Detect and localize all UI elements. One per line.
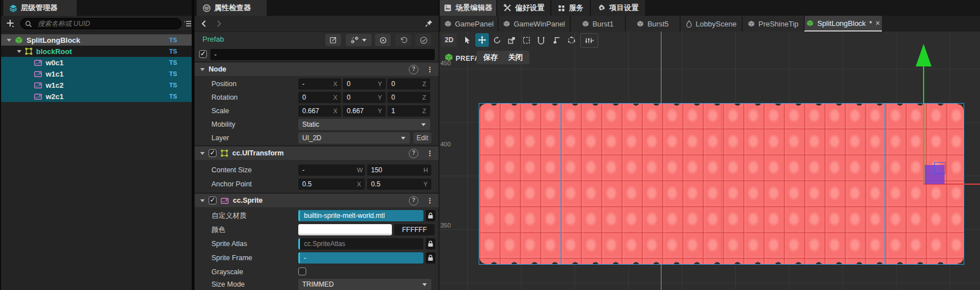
lock-icon[interactable] xyxy=(426,210,435,221)
size-mode-dropdown[interactable]: TRIMMED xyxy=(298,279,431,290)
prefab-apply-button[interactable] xyxy=(416,34,431,46)
select-tool-button[interactable] xyxy=(461,33,474,47)
scene-tab-gamepanel[interactable]: GamePanel xyxy=(440,16,497,32)
sprite-atlas-field[interactable]: cc.SpriteAtlas xyxy=(298,238,423,249)
snap-tool-button[interactable] xyxy=(550,33,563,47)
mobility-dropdown[interactable]: Static xyxy=(298,119,430,130)
prefab-icon xyxy=(806,20,814,27)
scene-tab-lobbyscene[interactable]: LobbyScene xyxy=(680,16,741,32)
tree-row-w1c2[interactable]: w1c2 TS xyxy=(1,79,192,91)
node-section-header[interactable]: Node xyxy=(195,63,439,76)
layer-dropdown[interactable]: UI_2D xyxy=(298,132,410,144)
mode-2d-button[interactable]: 2D xyxy=(442,33,457,47)
tab-scene-editor[interactable]: 场景编辑器 xyxy=(440,0,496,16)
anchor-x-field[interactable]: 0.5 xyxy=(298,179,365,190)
gizmo-y-axis-line[interactable] xyxy=(923,66,924,184)
node-label: w2c1 xyxy=(46,92,64,101)
content-size-w-field[interactable]: - xyxy=(298,164,365,176)
nav-forward-icon[interactable] xyxy=(215,20,223,28)
world-gizmo-button[interactable] xyxy=(564,33,578,47)
layer-edit-button[interactable]: Edit xyxy=(413,132,431,144)
content-size-h-field[interactable]: 150 xyxy=(367,164,431,176)
kebab-menu-icon[interactable] xyxy=(426,197,432,205)
menu-project-settings[interactable]: 项目设置 xyxy=(591,0,645,16)
ts-badge[interactable]: TS xyxy=(169,93,177,100)
segment-divider xyxy=(884,104,885,264)
chevron-down-icon[interactable] xyxy=(17,50,21,53)
hierarchy-panel: 层级管理器 SplitLongBlock TS blockRoot TS xyxy=(0,0,192,290)
scale-tool-button[interactable] xyxy=(505,33,518,47)
scene-panel: 场景编辑器 偏好设置 服务 项目设置 GamePanel G xyxy=(439,0,980,290)
prefab-close-button[interactable]: 关闭 xyxy=(501,51,529,64)
filter-icon[interactable] xyxy=(184,20,192,28)
help-icon[interactable] xyxy=(409,149,418,158)
gizmo-y-arrowhead[interactable] xyxy=(916,44,932,66)
custom-material-field[interactable]: builtin-sprite-melt-world.mtl xyxy=(298,210,423,221)
ts-badge[interactable]: TS xyxy=(169,48,177,55)
help-icon[interactable] xyxy=(409,196,418,206)
sprite-icon xyxy=(220,197,229,205)
prefab-revert-button[interactable] xyxy=(395,34,411,46)
help-icon[interactable] xyxy=(409,65,418,74)
prefab-unlink-button[interactable] xyxy=(346,34,372,46)
prefab-edit-button[interactable] xyxy=(325,34,341,46)
pin-icon[interactable] xyxy=(425,19,433,28)
prefab-icon xyxy=(503,20,510,28)
inspector-nav-row xyxy=(195,16,439,32)
rect-tool-button[interactable] xyxy=(519,33,533,47)
grayscale-checkbox[interactable] xyxy=(298,267,306,275)
scene-tab-splitlongblock[interactable]: SplitLongBlock * × xyxy=(804,16,882,32)
tab-inspector[interactable]: 属性检查器 xyxy=(197,0,267,16)
h-suffix: H xyxy=(423,164,435,176)
scene-tab-gamewinpanel[interactable]: GameWinPanel xyxy=(498,16,570,32)
prefab-locate-button[interactable] xyxy=(375,34,391,46)
node-section-title: Node xyxy=(209,65,226,73)
tree-row-w0c1[interactable]: w0c1 TS xyxy=(1,57,192,68)
uitransform-section-header[interactable]: cc.UITransform xyxy=(195,146,439,160)
ts-badge[interactable]: TS xyxy=(169,37,177,43)
rotate-tool-button[interactable] xyxy=(490,33,504,47)
anchor-y-field[interactable]: 0.5 xyxy=(367,179,431,190)
menu-preferences[interactable]: 偏好设置 xyxy=(497,0,550,16)
menu-services[interactable]: 服务 xyxy=(551,0,590,16)
kebab-menu-icon[interactable] xyxy=(426,149,432,158)
tree-row-w1c1[interactable]: w1c1 TS xyxy=(1,68,192,79)
search-input[interactable] xyxy=(20,18,182,29)
tree-row-w2c1[interactable]: w2c1 TS xyxy=(1,91,192,102)
nav-back-icon[interactable] xyxy=(200,20,208,28)
scene-asset-icon xyxy=(686,20,692,28)
prefab-save-button[interactable]: 保存 xyxy=(476,51,505,64)
tree-row-blockroot[interactable]: blockRoot TS xyxy=(1,46,192,57)
lock-icon[interactable] xyxy=(426,252,435,264)
ts-badge[interactable]: TS xyxy=(169,59,177,66)
splitlongblock-sprite[interactable] xyxy=(479,103,964,265)
add-node-button[interactable] xyxy=(6,19,15,28)
scene-tab-burst1[interactable]: Burst1 xyxy=(570,16,625,32)
color-hex-field[interactable]: FFFFFF xyxy=(394,224,435,235)
move-tool-button[interactable] xyxy=(475,33,489,47)
node-name-field[interactable]: - xyxy=(210,49,435,60)
hierarchy-search-row xyxy=(1,16,192,32)
close-icon[interactable]: × xyxy=(875,19,880,28)
sprite-section-header[interactable]: cc.Sprite xyxy=(195,194,439,207)
chevron-down-icon[interactable] xyxy=(7,39,11,42)
node-active-checkbox[interactable] xyxy=(199,50,207,58)
scene-menubar: 场景编辑器 偏好设置 服务 项目设置 xyxy=(439,0,980,16)
scene-tab-burst5[interactable]: Burst5 xyxy=(625,16,679,32)
kebab-menu-icon[interactable] xyxy=(426,65,432,74)
color-swatch[interactable] xyxy=(298,224,392,235)
ts-badge[interactable]: TS xyxy=(169,70,177,77)
sprite-frame-field[interactable]: - xyxy=(298,252,423,264)
scene-viewport[interactable]: 2D 450 400 350 xyxy=(439,32,980,290)
scene-tab-preshinetip[interactable]: PreShineTip xyxy=(742,16,804,32)
uitransform-icon xyxy=(25,47,33,55)
sprite-enabled-checkbox[interactable] xyxy=(209,197,217,204)
ts-badge[interactable]: TS xyxy=(169,82,177,88)
lock-icon[interactable] xyxy=(426,238,435,249)
sprite-icon xyxy=(34,59,42,67)
ui-anchor-tool-button[interactable] xyxy=(534,33,548,47)
tab-hierarchy[interactable]: 层级管理器 xyxy=(3,0,77,16)
tree-row-splitlongblock[interactable]: SplitLongBlock TS xyxy=(1,34,192,46)
display-settings-button[interactable] xyxy=(580,33,598,48)
uitransform-enabled-checkbox[interactable] xyxy=(209,149,217,157)
